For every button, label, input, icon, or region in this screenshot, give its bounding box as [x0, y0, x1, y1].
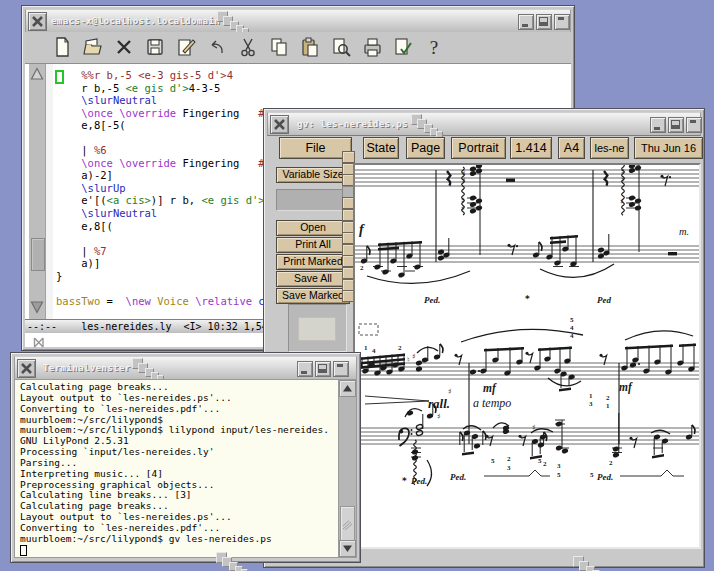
- code-seg: [56, 94, 81, 106]
- code-seg: \override: [119, 107, 176, 119]
- open-folder-icon[interactable]: [82, 36, 106, 60]
- score-text: 1: [606, 402, 610, 410]
- gv-toolbar-state[interactable]: State: [363, 137, 399, 159]
- gv-score-viewport[interactable]: fm.Ped.*Pedrall.a tempomfmf*Ped.Ped.Ped.…: [353, 163, 701, 549]
- shade-button[interactable]: [554, 14, 570, 30]
- help-icon[interactable]: ?: [423, 36, 447, 60]
- score-text: *: [525, 294, 530, 304]
- terminal-line: Converting to `les-nereides.pdf'...: [20, 403, 220, 414]
- code-seg: \relative: [195, 295, 252, 307]
- code-seg: %%r b,-5 <e-3 gis-5 d'>4: [56, 69, 233, 81]
- shade-icon: [558, 17, 564, 20]
- paste-icon[interactable]: [299, 36, 323, 60]
- terminal-screen[interactable]: Calculating page breaks... Layout output…: [14, 379, 340, 558]
- close-icon[interactable]: [28, 12, 47, 31]
- terminal-line: muurbloem:~/src/lilypond$ lilypond input…: [20, 424, 329, 435]
- gv-page-item[interactable]: [342, 151, 355, 163]
- minimize-button[interactable]: [518, 14, 534, 30]
- shade-button[interactable]: [686, 117, 702, 133]
- gv-toolbar-thu-jun-16[interactable]: Thu Jun 16: [634, 137, 703, 159]
- code-seg: a)]: [56, 257, 100, 269]
- save-icon[interactable]: [144, 36, 168, 60]
- new-file-icon[interactable]: [51, 36, 75, 60]
- score-text: ♯: [461, 204, 465, 213]
- terminal-titlebar[interactable]: Terminalvenster: [14, 356, 357, 380]
- score-text: 5: [491, 457, 495, 465]
- code-seg: e,8[(: [56, 220, 113, 232]
- minimize-icon: [522, 24, 528, 27]
- terminal-line: Converting to `les-nereides.pdf'...: [20, 522, 220, 533]
- terminal-line: Parsing...: [20, 457, 77, 468]
- minimize-button[interactable]: [650, 117, 666, 133]
- code-seg: }: [56, 270, 62, 282]
- gv-thumbnail: [298, 317, 336, 341]
- code-seg: [56, 182, 81, 194]
- cut-icon[interactable]: [237, 36, 261, 60]
- close-icon[interactable]: [270, 115, 289, 134]
- write-file-icon[interactable]: [175, 36, 199, 60]
- undo-icon[interactable]: [206, 36, 230, 60]
- shade-button[interactable]: [333, 361, 349, 377]
- copy-icon[interactable]: [268, 36, 292, 60]
- minimize-icon: [301, 371, 307, 374]
- score-text: 1: [364, 344, 368, 352]
- maximize-button[interactable]: [536, 14, 552, 30]
- code-seg: %6: [94, 144, 107, 156]
- code-seg: Voice: [157, 295, 189, 307]
- score-text: ♯: [412, 352, 416, 361]
- code-line: a)-2]: [56, 169, 113, 181]
- scroll-down-icon[interactable]: [339, 540, 356, 557]
- scrollbar-up-icon[interactable]: [30, 67, 44, 81]
- code-line: | %6: [56, 144, 107, 156]
- code-seg: [56, 157, 81, 169]
- scrollbar-down-icon[interactable]: [30, 300, 44, 314]
- emacs-titlebar[interactable]: emacs-x@localhost.localdomain: [25, 9, 571, 33]
- maximize-button[interactable]: [315, 361, 331, 377]
- terminal-line: muurbloem:~/src/lilypond$ gv les-nereide…: [20, 533, 272, 544]
- emacs-code-text[interactable]: %%r b,-5 <e-3 gis-5 d'>4 r b,-5 <e gis d…: [56, 69, 277, 307]
- scroll-up-icon[interactable]: [339, 380, 356, 397]
- minibuffer-glyph-icon: [33, 334, 45, 352]
- score-text: 5: [538, 457, 542, 465]
- score-text: 4: [570, 324, 574, 332]
- gv-variable-size-button[interactable]: Variable Size: [276, 167, 350, 183]
- print-icon[interactable]: [361, 36, 385, 60]
- spellcheck-icon[interactable]: [392, 36, 416, 60]
- gv-thumbnail-panel[interactable]: [288, 304, 347, 352]
- gv-toolbar-page[interactable]: Page: [406, 137, 445, 159]
- close-file-icon[interactable]: [113, 36, 137, 60]
- gv-toolbar-1-414[interactable]: 1.414: [510, 137, 552, 159]
- emacs-scrollbar[interactable]: [29, 64, 46, 319]
- score-text: 3: [557, 462, 561, 470]
- terminal-line: Calculating page breaks...: [20, 500, 169, 511]
- gv-window-title: gv: les-nereides.ps: [297, 118, 408, 129]
- maximize-button[interactable]: [668, 117, 684, 133]
- score-text: mf: [483, 382, 497, 395]
- gv-toolbar-a4[interactable]: A4: [558, 137, 585, 159]
- terminal-scrollbar[interactable]: [338, 379, 357, 558]
- search-icon[interactable]: [330, 36, 354, 60]
- close-icon[interactable]: [17, 359, 36, 378]
- score-text: a tempo: [473, 396, 511, 410]
- gv-save-marked-button[interactable]: Save Marked: [276, 288, 350, 304]
- emacs-scrollbar-thumb[interactable]: [31, 238, 45, 271]
- score-text: 3: [589, 400, 593, 408]
- code-seg: )] r b,: [151, 194, 202, 206]
- emacs-titlebar-buttons: [518, 14, 568, 28]
- score-text: Ped.: [424, 295, 440, 305]
- gv-toolbar-les-ne[interactable]: les-ne: [590, 137, 629, 159]
- gv-save-all-button[interactable]: Save All: [276, 271, 350, 287]
- code-seg: \once: [81, 107, 113, 119]
- terminal-line: GNU LilyPond 2.5.31: [20, 435, 129, 446]
- gv-titlebar[interactable]: gv: les-nereides.ps: [267, 112, 701, 136]
- maximize-icon: [539, 17, 548, 26]
- code-seg: Fingering: [176, 157, 258, 169]
- gv-open-button[interactable]: Open: [276, 220, 350, 236]
- gv-toolbar-portrait[interactable]: Portrait: [451, 137, 506, 159]
- terminal-scrollbar-thumb[interactable]: [340, 506, 355, 542]
- minimize-button[interactable]: [297, 361, 313, 377]
- score-text: m.: [679, 226, 689, 237]
- gv-print-all-button[interactable]: Print All: [276, 237, 350, 253]
- gv-print-marked-button[interactable]: Print Marked: [276, 254, 350, 270]
- code-seg: %7: [94, 245, 107, 257]
